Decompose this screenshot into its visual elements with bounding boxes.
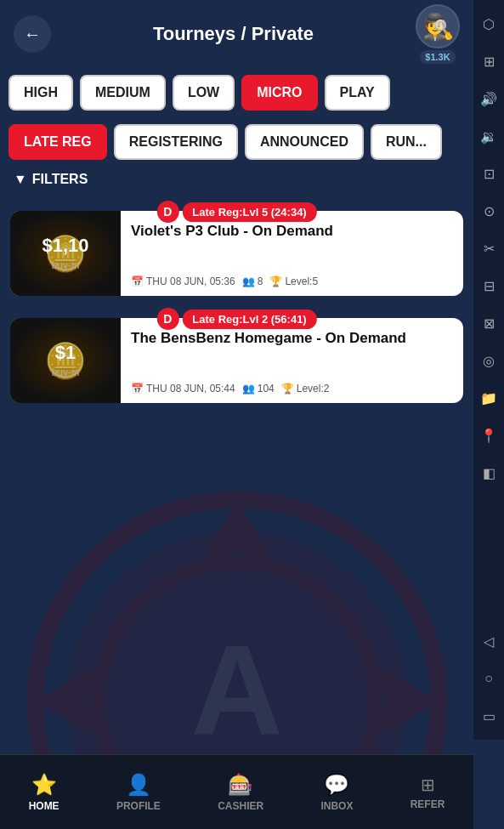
balance-badge: $1.3K: [420, 50, 455, 64]
filter-row-1: HIGH MEDIUM LOW MICRO PLAY: [0, 68, 473, 117]
back-button[interactable]: ←: [14, 15, 51, 53]
level-icon-1: 🏆: [269, 275, 282, 287]
nav-profile-label: PROFILE: [116, 800, 161, 812]
side-icon-grid[interactable]: ⊞: [473, 46, 504, 77]
filter-late-reg[interactable]: LATE REG: [8, 124, 107, 160]
filter-low[interactable]: LOW: [173, 75, 235, 111]
profile-icon: 👤: [126, 773, 151, 797]
bottom-nav: ⭐ HOME 👤 PROFILE 🎰 CASHIER 💬 INBOX ⊞ REF…: [0, 754, 473, 829]
card-2-badge-d: D: [156, 308, 178, 330]
inbox-icon: 💬: [324, 773, 349, 797]
card-1-info: Violet's P3 Club - On Demand 📅 THU 08 JU…: [121, 211, 463, 296]
card-2-players: 👥 104: [242, 383, 275, 395]
side-icon-panel[interactable]: ◧: [473, 457, 504, 488]
card-2-title: The BensBenz Homegame - On Demand: [131, 330, 453, 347]
card-1-date: 📅 THU 08 JUN, 05:36: [131, 275, 235, 287]
nav-inbox[interactable]: 💬 INBOX: [310, 766, 363, 819]
svg-text:A: A: [190, 618, 282, 761]
side-icon-hexagon[interactable]: ⬡: [473, 9, 504, 39]
card-1-level-text: Level:5: [285, 275, 318, 287]
card-1-badge-d: D: [156, 201, 178, 223]
tournament-card-1[interactable]: 🪙 $1,10 buy-in Violet's P3 Club - On Dem…: [10, 211, 463, 296]
players-icon-2: 👥: [242, 383, 255, 395]
filters-label: FILTERS: [32, 172, 88, 187]
side-icon-dot[interactable]: ○: [473, 663, 504, 694]
filter-running[interactable]: RUN...: [371, 124, 442, 160]
filter-play[interactable]: PLAY: [325, 75, 390, 111]
card-2-thumbnail: 🪙 $1 buy-in: [10, 318, 121, 403]
avatar: 🕵️: [416, 4, 460, 48]
nav-cashier[interactable]: 🎰 CASHIER: [207, 766, 274, 819]
card-2-level: 🏆 Level:2: [281, 383, 330, 395]
nav-refer-label: REFER: [411, 798, 445, 810]
nav-refer[interactable]: ⊞ REFER: [400, 768, 456, 817]
card-1-badge: D Late Reg:Lvl 5 (24:34): [156, 201, 316, 223]
card-2-date-text: THU 08 JUN, 05:44: [146, 383, 235, 395]
tournament-card-2[interactable]: 🪙 $1 buy-in The BensBenz Homegame - On D…: [10, 318, 463, 403]
filter-announced[interactable]: ANNOUNCED: [245, 124, 364, 160]
card-1-buyin: $1,10 buy-in: [42, 235, 88, 272]
card-2-buyin: $1 buy-in: [52, 342, 80, 379]
filter-row-2: LATE REG REGISTERING ANNOUNCED RUN...: [0, 117, 473, 167]
card-1-thumbnail: 🪙 $1,10 buy-in: [10, 211, 121, 296]
card-1-level: 🏆 Level:5: [269, 275, 318, 287]
side-icon-pin[interactable]: 📍: [473, 420, 504, 451]
side-icon-volume-down[interactable]: 🔉: [473, 121, 504, 151]
nav-profile[interactable]: 👤 PROFILE: [106, 766, 171, 819]
level-icon-2: 🏆: [281, 383, 294, 395]
card-2-date: 📅 THU 08 JUN, 05:44: [131, 383, 235, 395]
tournament-card-2-wrapper: D Late Reg:Lvl 2 (56:41) 🪙 $1 buy-in The…: [10, 318, 463, 403]
card-1-badge-status: Late Reg:Lvl 5 (24:34): [182, 202, 316, 222]
filter-high[interactable]: HIGH: [8, 75, 73, 111]
card-2-buyin-label: buy-in: [52, 366, 80, 378]
refer-icon: ⊞: [421, 775, 435, 795]
card-1-title: Violet's P3 Club - On Demand: [131, 223, 453, 240]
side-icon-circle[interactable]: ⊙: [473, 196, 504, 226]
header: ← Tourneys / Private 🕵️ $1.3K: [0, 0, 473, 68]
card-1-players: 👥 8: [242, 275, 263, 287]
side-icon-box2[interactable]: ⊠: [473, 308, 504, 338]
side-icon-screen[interactable]: ⊡: [473, 158, 504, 189]
side-icon-scissors[interactable]: ✂: [473, 233, 504, 264]
side-icon-square[interactable]: ▭: [473, 701, 504, 731]
card-1-buyin-label: buy-in: [52, 259, 80, 271]
calendar-icon-2: 📅: [131, 383, 144, 395]
home-icon: ⭐: [31, 773, 57, 797]
cashier-icon: 🎰: [228, 773, 253, 797]
nav-home-label: HOME: [29, 800, 59, 812]
back-icon: ←: [24, 25, 41, 44]
card-1-players-count: 8: [258, 275, 263, 287]
card-2-level-text: Level:2: [297, 383, 330, 395]
side-icon-box1[interactable]: ⊟: [473, 270, 504, 301]
side-icon-volume-up[interactable]: 🔊: [473, 83, 504, 114]
card-2-badge-status: Late Reg:Lvl 2 (56:41): [182, 309, 316, 329]
calendar-icon-1: 📅: [131, 275, 144, 287]
card-2-players-count: 104: [258, 383, 275, 395]
filter-micro[interactable]: MICRO: [241, 75, 317, 111]
side-icon-folder[interactable]: 📁: [473, 383, 504, 413]
card-1-date-text: THU 08 JUN, 05:36: [146, 275, 235, 287]
players-icon-1: 👥: [242, 275, 255, 287]
card-2-buyin-amount: $1: [52, 342, 80, 364]
card-2-meta: 📅 THU 08 JUN, 05:44 👥 104 🏆 Level:2: [131, 383, 453, 395]
filters-label-row: ▼ FILTERS: [0, 167, 473, 192]
main-content: ← Tourneys / Private 🕵️ $1.3K HIGH MEDIU…: [0, 0, 473, 829]
side-bar: ⬡ ⊞ 🔊 🔉 ⊡ ⊙ ✂ ⊟ ⊠ ◎ 📁 📍 ◧ ◁ ○ ▭: [473, 0, 504, 740]
side-icon-target[interactable]: ◎: [473, 345, 504, 376]
card-1-buyin-amount: $1,10: [42, 235, 88, 257]
filter-medium[interactable]: MEDIUM: [80, 75, 166, 111]
cards-container: D Late Reg:Lvl 5 (24:34) 🪙 $1,10 buy-in …: [0, 192, 473, 410]
filter-registering[interactable]: REGISTERING: [114, 124, 238, 160]
funnel-icon: ▼: [14, 172, 27, 187]
card-2-info: The BensBenz Homegame - On Demand 📅 THU …: [121, 318, 463, 403]
nav-inbox-label: INBOX: [320, 800, 353, 812]
nav-cashier-label: CASHIER: [218, 800, 263, 812]
page-title: Tourneys / Private: [51, 23, 416, 45]
side-icon-back[interactable]: ◁: [473, 626, 504, 656]
tournament-card-1-wrapper: D Late Reg:Lvl 5 (24:34) 🪙 $1,10 buy-in …: [10, 211, 463, 296]
nav-home[interactable]: ⭐ HOME: [19, 766, 70, 819]
avatar-icon: 🕵️: [422, 12, 454, 42]
card-2-badge: D Late Reg:Lvl 2 (56:41): [156, 308, 316, 330]
card-1-meta: 📅 THU 08 JUN, 05:36 👥 8 🏆 Level:5: [131, 275, 453, 287]
avatar-container[interactable]: 🕵️ $1.3K: [416, 4, 460, 64]
